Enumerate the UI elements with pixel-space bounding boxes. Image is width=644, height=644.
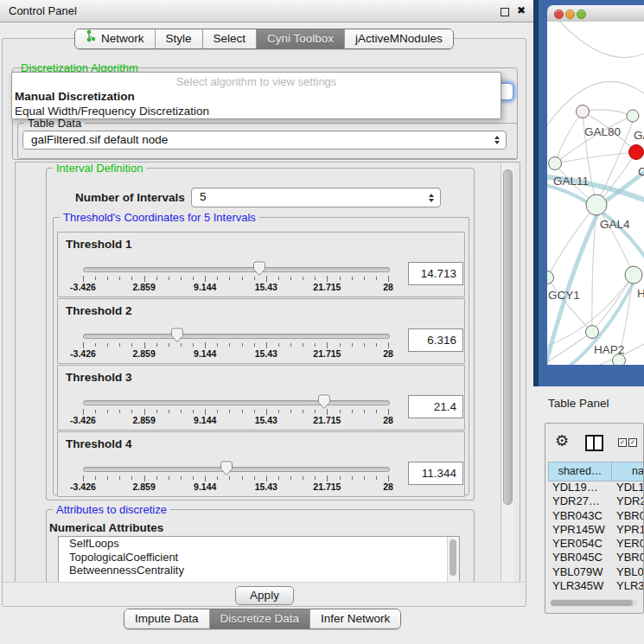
- slider-tick: [169, 410, 169, 413]
- node-h[interactable]: [625, 266, 642, 284]
- threshold-value-field[interactable]: 6.316: [408, 328, 463, 352]
- slider-tick: [119, 410, 120, 413]
- tab-style[interactable]: Style: [155, 29, 202, 48]
- number-of-intervals-combo[interactable]: 5: [191, 188, 441, 207]
- slider-handle[interactable]: [220, 461, 233, 479]
- node-hap2[interactable]: [586, 326, 599, 339]
- tab-network[interactable]: Network: [75, 29, 155, 48]
- slider-tick-label: 2.859: [132, 348, 155, 359]
- algorithm-option-2[interactable]: Equal Width/Frequency Discretization: [15, 104, 209, 118]
- slider-track[interactable]: [83, 467, 390, 472]
- slider-tick: [242, 277, 243, 280]
- slider-tick-label: 15.43: [255, 481, 277, 492]
- table-row[interactable]: YBR045CYBR0: [548, 551, 644, 564]
- table-row[interactable]: YLR345WYLR3: [548, 579, 644, 593]
- select-columns-checkboxes-icon[interactable]: ✓✓: [618, 438, 637, 447]
- tab-impute-data[interactable]: Impute Data: [124, 609, 209, 628]
- node-gcy1[interactable]: [547, 271, 554, 284]
- table-row[interactable]: YDR27…YDR2: [548, 494, 644, 508]
- settings-vertical-scrollbar[interactable]: [501, 163, 513, 583]
- slider-tick: [229, 277, 230, 280]
- node-top-right[interactable]: [627, 110, 639, 122]
- threshold-panel-3: Threshold 3-3.4262.8599.14415.4321.71528…: [57, 365, 465, 430]
- tab-select[interactable]: Select: [202, 29, 257, 48]
- table-row[interactable]: YPR145WYPR1: [548, 523, 644, 537]
- slider-handle[interactable]: [317, 394, 331, 412]
- tab-label: Style: [166, 29, 192, 48]
- table-row[interactable]: YER054CYER0: [548, 537, 644, 551]
- slider-tick: [327, 276, 328, 282]
- tab-jactivemnodules[interactable]: jActiveMNodules: [344, 29, 453, 48]
- slider-tick: [229, 410, 230, 413]
- float-window-icon[interactable]: [501, 8, 509, 16]
- table-row[interactable]: YDL19…YDL1: [548, 481, 644, 494]
- slider-tick: [95, 343, 96, 347]
- slider-tick: [119, 277, 120, 280]
- slider-track[interactable]: [83, 267, 390, 272]
- slider-tick-label: 28: [383, 348, 393, 359]
- splitter-edge[interactable]: [533, 0, 539, 386]
- attribute-item[interactable]: SelfLoops: [59, 537, 459, 551]
- column-header-shared-name[interactable]: shared…: [548, 462, 612, 481]
- slider-tick: [376, 410, 377, 413]
- attributes-list-scrollbar[interactable]: [447, 537, 459, 583]
- gear-icon[interactable]: ⚙: [555, 431, 569, 450]
- slider-tick: [303, 410, 303, 413]
- minimize-light[interactable]: [565, 10, 575, 19]
- threshold-value-field[interactable]: 21.4: [408, 395, 463, 418]
- slider-track[interactable]: [83, 400, 390, 405]
- table-row[interactable]: YBR043CYBR0: [548, 509, 644, 523]
- node-gal4[interactable]: [586, 194, 607, 215]
- column-header-name[interactable]: na: [611, 462, 644, 481]
- close-icon[interactable]: ✖: [517, 3, 526, 18]
- table-data-combo[interactable]: galFiltered.sif default node: [22, 131, 507, 150]
- slider-tick: [83, 409, 84, 415]
- columns-icon[interactable]: [585, 435, 603, 451]
- attribute-item[interactable]: BetweennessCentrality: [59, 564, 459, 577]
- apply-bar: Apply: [3, 582, 524, 606]
- slider-tick: [181, 410, 182, 413]
- cell-name: YDR2: [616, 494, 644, 508]
- threshold-label: Threshold 1: [66, 238, 132, 251]
- algorithm-option-1[interactable]: Manual Discretization: [15, 89, 135, 104]
- slider-tick: [340, 277, 341, 280]
- zoom-light[interactable]: [577, 10, 586, 19]
- apply-button[interactable]: Apply: [235, 586, 294, 605]
- cell-name: YPR1: [616, 523, 644, 537]
- panel-title: Control Panel: [9, 0, 77, 22]
- numerical-attributes-list[interactable]: SelfLoopsTopologicalCoefficientBetweenne…: [58, 536, 460, 583]
- slider-handle[interactable]: [170, 328, 184, 346]
- slider-tick: [352, 410, 353, 413]
- network-canvas[interactable]: GAL80GACGAL11GAL4GCY1HHAP2: [547, 22, 644, 365]
- slider-track[interactable]: [83, 334, 390, 339]
- network-edge: [596, 205, 634, 275]
- table-horizontal-scrollbar[interactable]: [550, 599, 637, 607]
- node-label: GCY1: [548, 289, 580, 302]
- slider-tick: [156, 277, 157, 280]
- tab-cyni-toolbox[interactable]: Cyni Toolbox: [256, 29, 344, 48]
- slider-tick: [217, 343, 218, 347]
- slider-tick: [327, 475, 328, 481]
- slider-tick-label: 21.715: [313, 481, 341, 492]
- threshold-value-field[interactable]: 11.344: [408, 462, 463, 485]
- slider-handle[interactable]: [252, 261, 266, 279]
- close-light[interactable]: [554, 10, 564, 19]
- slider-tick: [278, 343, 279, 347]
- tab-infer-network[interactable]: Infer Network: [309, 609, 400, 628]
- cell-shared-name: YIL052C: [552, 593, 596, 596]
- threshold-value-field[interactable]: 14.713: [408, 262, 463, 285]
- tab-discretize-data[interactable]: Discretize Data: [209, 609, 310, 628]
- slider-tick: [278, 277, 279, 280]
- node-red-selected[interactable]: [629, 145, 644, 160]
- table-row[interactable]: YBL079WYBL0: [548, 565, 644, 579]
- slider-tick: [303, 476, 303, 480]
- node-gal80[interactable]: [577, 105, 590, 118]
- cell-name: YBR0: [616, 509, 644, 523]
- table-row[interactable]: YIL052CYIL0: [548, 593, 644, 596]
- cell-shared-name: YPR145W: [552, 523, 605, 537]
- attribute-item[interactable]: TopologicalCoefficient: [59, 551, 459, 564]
- network-edge: [555, 116, 633, 163]
- node-label: GAL11: [553, 175, 589, 188]
- node-gal11[interactable]: [549, 157, 562, 170]
- thresholds-group: Threshold's Coordinates for 5 Intervals …: [53, 217, 469, 495]
